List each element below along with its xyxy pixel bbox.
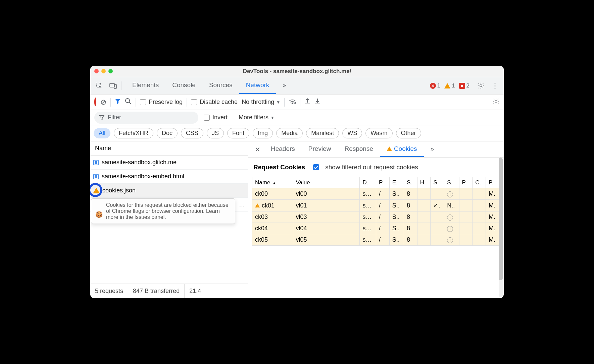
table-header-row: Name▲ValueD.P.E.S.H.S.S.P.C.P. (252, 177, 500, 188)
svg-rect-1 (110, 83, 114, 87)
column-header[interactable]: S. (404, 177, 417, 188)
preserve-log-checkbox[interactable]: Preserve log (140, 99, 183, 106)
info-icon: i (447, 237, 453, 243)
warning-count: 1 (452, 82, 455, 89)
chip-other[interactable]: Other (396, 128, 421, 138)
detail-tabs: ✕ Headers Preview Response Cookies » (248, 141, 504, 158)
chip-media[interactable]: Media (276, 128, 303, 138)
tab-response[interactable]: Response (338, 141, 380, 157)
export-har-icon[interactable] (304, 98, 310, 106)
type-filter-chips: All Fetch/XHR Doc CSS JS Font Img Media … (90, 125, 504, 141)
chip-wasm[interactable]: Wasm (365, 128, 392, 138)
column-header[interactable]: H. (417, 177, 431, 188)
throttling-select[interactable]: No throttling▼ (242, 99, 280, 106)
divider (121, 81, 121, 90)
device-toolbar-icon[interactable] (107, 80, 119, 92)
network-settings-gear-icon[interactable] (492, 98, 500, 107)
cookie-row[interactable]: ck00vl00s…/S..8iM. (252, 188, 500, 200)
search-button-icon[interactable] (125, 98, 132, 106)
column-header[interactable]: Name▲ (252, 177, 293, 188)
maximize-window-button[interactable] (108, 69, 113, 73)
tab-more[interactable]: » (276, 77, 293, 94)
info-icon: i (447, 215, 453, 221)
cookie-row[interactable]: ck03vl03s…/S..8iM. (252, 211, 500, 223)
network-toolbar: ⊘ Preserve log Disable cache No throttli… (90, 95, 504, 110)
column-header[interactable]: D. (360, 177, 376, 188)
document-icon (93, 160, 99, 166)
tab-cookies[interactable]: Cookies (380, 141, 424, 157)
cookie-row[interactable]: ck05vl05s…/S..8iM. (252, 234, 500, 246)
cookie-table: Name▲ValueD.P.E.S.H.S.S.P.C.P. ck00vl00s… (252, 177, 500, 246)
divider (284, 98, 285, 107)
request-row[interactable]: samesite-sandbox-embed.html (90, 170, 248, 184)
tab-elements[interactable]: Elements (126, 77, 165, 94)
scrollbar-thumb[interactable] (499, 158, 503, 280)
cookie-row[interactable]: ck01vl01s…/S..8✓.N..M. (252, 200, 500, 211)
settings-gear-icon[interactable] (475, 80, 487, 92)
divider (300, 98, 300, 107)
disable-cache-checkbox[interactable]: Disable cache (191, 99, 238, 106)
column-header[interactable]: Value (293, 177, 360, 188)
column-header[interactable]: E. (389, 177, 404, 188)
chip-ws[interactable]: WS (342, 128, 362, 138)
filter-input[interactable]: Filter (94, 112, 198, 124)
request-row[interactable]: samesite-sandbox.glitch.me (90, 156, 248, 170)
chip-img[interactable]: Img (253, 128, 273, 138)
column-header[interactable]: C. (473, 177, 486, 188)
kebab-menu-icon[interactable]: ⋮ (489, 80, 501, 92)
svg-point-7 (495, 100, 497, 102)
name-column-header[interactable]: Name (90, 141, 248, 156)
mac-traffic-lights (94, 69, 113, 73)
column-header[interactable]: P. (376, 177, 390, 188)
status-transferred: 847 B transferred (128, 284, 185, 298)
request-row[interactable]: cookies.json (90, 184, 248, 198)
issues-badge-icon: ■ (459, 83, 465, 89)
clear-button[interactable]: ⊘ (100, 98, 106, 107)
error-icon: ✕ (430, 83, 436, 89)
tab-network[interactable]: Network (239, 77, 276, 94)
network-conditions-icon[interactable] (289, 98, 296, 106)
more-filters-dropdown[interactable]: More filters▼ (239, 114, 275, 121)
request-cookies-title: Request Cookies (253, 164, 305, 171)
show-filtered-checkbox[interactable]: show filtered out request cookies (313, 164, 418, 171)
chip-all[interactable]: All (94, 128, 110, 138)
chip-fetch-xhr[interactable]: Fetch/XHR (114, 128, 153, 138)
inspect-element-icon[interactable] (93, 80, 105, 92)
column-header[interactable]: S. (444, 177, 459, 188)
issue-counts[interactable]: ✕1 1 ■2 (430, 82, 469, 89)
column-header[interactable]: P. (486, 177, 500, 188)
chip-js[interactable]: JS (207, 128, 224, 138)
filter-toggle-icon[interactable] (115, 98, 121, 106)
svg-point-6 (294, 102, 296, 104)
status-requests: 5 requests (90, 284, 128, 298)
minimize-window-button[interactable] (101, 69, 106, 73)
close-window-button[interactable] (94, 69, 99, 73)
chip-font[interactable]: Font (227, 128, 249, 138)
tab-preview[interactable]: Preview (302, 141, 338, 157)
tab-headers[interactable]: Headers (264, 141, 302, 157)
record-button[interactable] (94, 99, 96, 106)
detail-scrollbar[interactable] (499, 158, 503, 297)
import-har-icon[interactable] (314, 98, 320, 106)
cookies-section-header: Request Cookies show filtered out reques… (248, 158, 504, 177)
chip-css[interactable]: CSS (181, 128, 203, 138)
tab-more-detail[interactable]: » (424, 141, 441, 157)
divider (110, 98, 111, 107)
cookie-icon: 🍪 (95, 211, 103, 218)
close-detail-button[interactable]: ✕ (251, 145, 264, 154)
invert-checkbox[interactable]: Invert (204, 114, 228, 121)
request-name: samesite-sandbox.glitch.me (102, 159, 177, 166)
column-header[interactable]: S. (431, 177, 444, 188)
cookie-row[interactable]: ck04vl04s…/S..8iM. (252, 223, 500, 234)
divider (136, 98, 136, 107)
info-icon: i (447, 191, 453, 197)
titlebar: DevTools - samesite-sandbox.glitch.me/ (90, 66, 504, 77)
chip-doc[interactable]: Doc (157, 128, 178, 138)
column-header[interactable]: P. (459, 177, 473, 188)
tab-sources[interactable]: Sources (202, 77, 239, 94)
warning-icon (444, 83, 450, 88)
request-name: samesite-sandbox-embed.html (102, 173, 184, 180)
warning-icon (387, 146, 392, 151)
chip-manifest[interactable]: Manifest (306, 128, 339, 138)
tab-console[interactable]: Console (165, 77, 202, 94)
